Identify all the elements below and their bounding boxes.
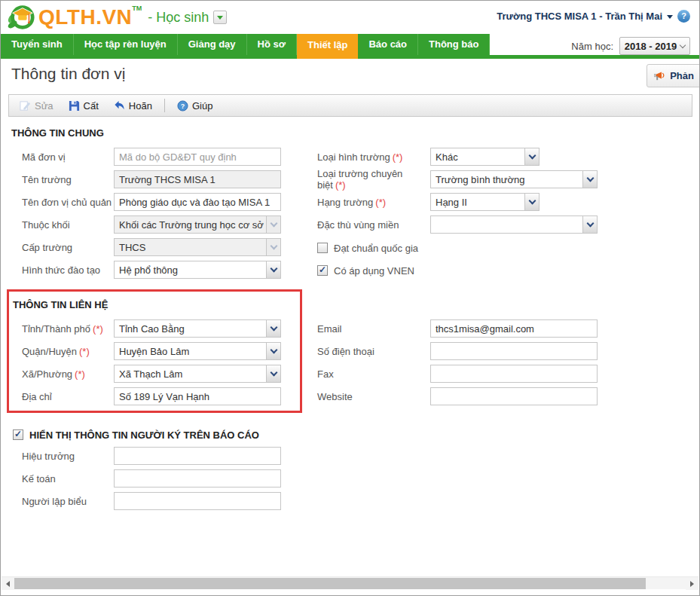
- loai-hinh-truong-value: Khác: [431, 151, 524, 163]
- module-name: - Học sinh: [148, 3, 209, 32]
- label-thuoc-khoi: Thuộc khối: [22, 219, 114, 231]
- chevron-down-icon: [266, 239, 280, 255]
- dac-thu-vung-mien-select[interactable]: [430, 215, 598, 234]
- undo-arrow-icon: [114, 100, 125, 112]
- tab-tuyen-sinh[interactable]: Tuyển sinh: [1, 34, 74, 55]
- user-menu[interactable]: Trường THCS MISA 1 - Trần Thị Mai: [497, 11, 662, 22]
- dat-chuan-quoc-gia-label: Đạt chuẩn quốc gia: [334, 243, 418, 254]
- nguoi-lap-bieu-input[interactable]: [114, 492, 281, 510]
- label-nguoi-lap-bieu: Người lập biểu: [22, 496, 114, 507]
- scrollbar-track[interactable]: [14, 577, 686, 589]
- help-button-label: Giúp: [192, 100, 212, 112]
- tinh-thanh-pho-select[interactable]: Tỉnh Cao Bằng: [114, 319, 281, 338]
- scroll-right-icon: [690, 581, 694, 587]
- label-xa-phuong: Xã/Phường(*): [22, 368, 114, 380]
- feedback-button-label: Phản: [670, 70, 694, 81]
- so-dien-thoai-input[interactable]: [430, 342, 598, 360]
- chevron-down-icon[interactable]: [266, 261, 280, 278]
- tab-thong-bao[interactable]: Thông báo: [418, 34, 490, 55]
- save-button[interactable]: Cất: [63, 98, 105, 114]
- help-icon[interactable]: ?: [677, 10, 690, 23]
- horizontal-scrollbar[interactable]: [2, 576, 698, 589]
- label-quan-huyen: Quận/Huyện(*): [22, 346, 114, 357]
- email-input[interactable]: [430, 319, 598, 338]
- module-dropdown-button[interactable]: [213, 11, 227, 24]
- label-hieu-truong: Hiệu trưởng: [22, 451, 114, 462]
- cap-truong-select: THCS: [114, 238, 281, 256]
- tab-bao-cao[interactable]: Báo cáo: [358, 34, 418, 55]
- label-tinh-thanh-pho: Tỉnh/Thành phố(*): [22, 323, 114, 335]
- label-cap-truong: Cấp trường: [22, 242, 114, 253]
- help-button[interactable]: ? Giúp: [171, 98, 219, 114]
- chevron-down-icon[interactable]: [266, 343, 280, 359]
- label-dac-thu-vung-mien: Đặc thù vùng miền: [317, 219, 430, 231]
- tab-giang-day[interactable]: Giảng dạy: [178, 34, 247, 55]
- label-hinh-thuc-dao-tao: Hình thức đào tạo: [22, 264, 114, 276]
- label-fax: Fax: [317, 368, 430, 380]
- chevron-down-icon[interactable]: [524, 148, 539, 165]
- ke-toan-input[interactable]: [114, 469, 281, 487]
- co-ap-dung-vnen-checkbox[interactable]: [317, 265, 328, 276]
- loai-hinh-truong-select[interactable]: Khác: [430, 148, 540, 166]
- question-circle-icon: ?: [177, 100, 188, 112]
- tab-ho-so[interactable]: Hồ sơ: [247, 34, 297, 55]
- hinh-thuc-dao-tao-value: Hệ phổ thông: [115, 264, 266, 276]
- app-window: QLTH.VN TM - Học sinh Trường THCS MISA 1…: [0, 0, 700, 596]
- tab-hoc-tap-ren-luyen[interactable]: Học tập rèn luyện: [74, 34, 178, 55]
- xa-phuong-select[interactable]: Xã Thạch Lâm: [114, 365, 281, 383]
- logo-text: QLTH.VN: [38, 3, 132, 32]
- label-dia-chi: Địa chỉ: [22, 391, 114, 402]
- quan-huyen-value: Huyện Bảo Lâm: [115, 346, 266, 357]
- label-loai-hinh-truong: Loại hình trường(*): [317, 151, 430, 163]
- school-year-label: Năm học:: [571, 41, 613, 52]
- chevron-down-icon: [266, 216, 280, 233]
- page-title: Thông tin đơn vị: [11, 65, 126, 83]
- edit-button-label: Sửa: [35, 100, 53, 112]
- label-so-dien-thoai: Số điện thoại: [317, 346, 430, 357]
- main-nav: Tuyển sinh Học tập rèn luyện Giảng dạy H…: [1, 34, 490, 59]
- dat-chuan-quoc-gia-checkbox[interactable]: [317, 243, 328, 253]
- loai-truong-chuyen-biet-value: Trường bình thường: [431, 174, 582, 185]
- megaphone-icon: [654, 70, 666, 82]
- quan-huyen-select[interactable]: Huyện Bảo Lâm: [114, 342, 281, 360]
- chevron-down-icon: [680, 41, 686, 47]
- label-website: Website: [317, 391, 430, 402]
- label-email: Email: [317, 323, 430, 335]
- hieu-truong-input[interactable]: [114, 447, 281, 465]
- ma-don-vi-input[interactable]: [114, 148, 281, 166]
- chevron-down-icon[interactable]: [582, 216, 597, 233]
- svg-text:?: ?: [181, 102, 185, 109]
- scrollbar-thumb[interactable]: [14, 578, 646, 589]
- website-input[interactable]: [430, 387, 598, 405]
- co-ap-dung-vnen-label: Có áp dụng VNEN: [334, 265, 414, 277]
- chevron-down-icon[interactable]: [667, 15, 673, 19]
- fax-input[interactable]: [430, 365, 598, 383]
- scroll-left-button[interactable]: [2, 577, 14, 590]
- floppy-disk-icon: [69, 100, 80, 112]
- scroll-right-button[interactable]: [686, 577, 698, 590]
- logo-trademark: TM: [132, 3, 142, 14]
- chevron-down-icon[interactable]: [524, 194, 539, 210]
- chevron-down-icon[interactable]: [582, 171, 597, 188]
- chevron-down-icon[interactable]: [266, 320, 280, 337]
- label-ten-truong: Tên trường: [22, 174, 114, 185]
- label-ten-don-vi-chu-quan: Tên đơn vị chủ quản: [22, 197, 114, 208]
- label-ke-toan: Kế toán: [22, 473, 114, 484]
- loai-truong-chuyen-biet-select[interactable]: Trường bình thường: [430, 170, 598, 188]
- ten-don-vi-chu-quan-input[interactable]: [114, 193, 281, 211]
- feedback-button[interactable]: Phản: [647, 64, 700, 87]
- hang-truong-value: Hạng II: [431, 197, 524, 208]
- dia-chi-input[interactable]: [114, 387, 281, 405]
- school-year-select[interactable]: 2018 - 2019: [619, 37, 690, 55]
- section-signers-title: HIỂN THỊ THÔNG TIN NGƯỜI KÝ TRÊN BÁO CÁO: [29, 429, 259, 441]
- edit-button: Sửa: [14, 98, 60, 114]
- section-contact-title: THÔNG TIN LIÊN HỆ: [13, 299, 108, 310]
- hang-truong-select[interactable]: Hạng II: [430, 193, 540, 211]
- label-loai-truong-chuyen-biet: Loại trường chuyên biệt(*): [317, 168, 430, 191]
- tinh-thanh-pho-value: Tỉnh Cao Bằng: [115, 323, 266, 335]
- undo-button[interactable]: Hoãn: [108, 98, 158, 114]
- hinh-thuc-dao-tao-select[interactable]: Hệ phổ thông: [114, 261, 281, 279]
- tab-thiet-lap[interactable]: Thiết lập: [297, 34, 358, 59]
- chevron-down-icon[interactable]: [266, 365, 280, 382]
- hien-thi-nguoi-ky-checkbox[interactable]: [13, 429, 23, 440]
